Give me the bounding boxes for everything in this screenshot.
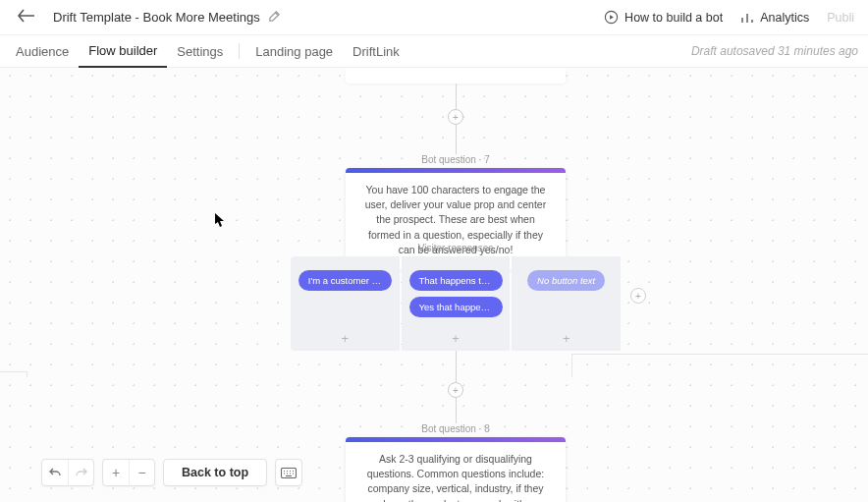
add-node-button[interactable]: + <box>448 109 463 125</box>
add-response-button[interactable]: + <box>342 331 350 346</box>
flow-canvas[interactable]: + Bot question · 7 You have 100 characte… <box>0 68 868 502</box>
canvas-toolbar: + − Back to top <box>41 459 302 486</box>
bar-chart-icon <box>740 11 754 25</box>
response-chip[interactable]: I'm a customer and I ha... <box>298 270 392 291</box>
redo-button[interactable] <box>68 460 93 485</box>
arrow-left-icon <box>18 9 35 23</box>
tab-divider <box>239 43 240 59</box>
connector-line <box>456 398 457 423</box>
zoom-out-button[interactable]: − <box>129 460 154 485</box>
response-chip-empty[interactable]: No button text <box>527 270 605 291</box>
add-response-button[interactable]: + <box>452 331 460 346</box>
publish-button[interactable]: Publi <box>827 11 854 25</box>
response-column-3[interactable]: No button text + <box>512 256 621 351</box>
back-button[interactable] <box>14 5 39 29</box>
analytics-link[interactable]: Analytics <box>740 11 809 25</box>
undo-button[interactable] <box>42 460 68 485</box>
tab-settings[interactable]: Settings <box>167 35 233 68</box>
how-to-build-label: How to build a bot <box>624 11 723 25</box>
zoom-in-button[interactable]: + <box>103 460 129 485</box>
play-circle-icon <box>604 10 619 25</box>
response-chip[interactable]: Yes that happens to me! <box>409 297 503 317</box>
add-column-button[interactable]: + <box>630 288 646 304</box>
edit-icon[interactable] <box>268 9 281 27</box>
add-node-button[interactable]: + <box>448 382 463 398</box>
tab-landing-page[interactable]: Landing page <box>245 35 343 68</box>
node-label: Bot question · 7 <box>346 154 566 165</box>
connector-stub-right <box>571 354 868 377</box>
node-label: Bot question · 8 <box>346 423 566 434</box>
keyboard-icon <box>281 468 297 478</box>
visitor-responses-grid: I'm a customer and I ha... + That happen… <box>291 256 621 351</box>
how-to-build-link[interactable]: How to build a bot <box>604 10 723 25</box>
visitor-responses-label: Visitor responses <box>291 243 621 253</box>
connector-line <box>456 351 457 382</box>
tab-bar: Audience Flow builder Settings Landing p… <box>0 35 868 68</box>
bot-question-node-8[interactable]: Ask 2-3 qualifying or disqualifying ques… <box>346 437 566 502</box>
back-to-top-button[interactable]: Back to top <box>163 459 267 486</box>
connector-line <box>456 125 457 154</box>
keyboard-shortcuts-button[interactable] <box>275 459 302 486</box>
redo-icon <box>75 466 88 479</box>
app-header: Drift Template - Book More Meetings How … <box>0 0 868 35</box>
tab-drift-link[interactable]: DriftLink <box>343 35 409 68</box>
mouse-cursor-icon <box>215 213 225 227</box>
node-stub-top[interactable] <box>346 68 566 84</box>
response-column-1[interactable]: I'm a customer and I ha... + <box>291 256 400 351</box>
autosave-status: Draft autosaved 31 minutes ago <box>691 44 858 58</box>
undo-icon <box>48 466 62 479</box>
analytics-label: Analytics <box>760 11 809 25</box>
node-text: Ask 2-3 qualifying or disqualifying ques… <box>346 442 566 502</box>
response-column-2[interactable]: That happens to me so... Yes that happen… <box>402 256 511 351</box>
tab-audience[interactable]: Audience <box>6 35 79 68</box>
response-chip[interactable]: That happens to me so... <box>409 270 503 291</box>
tab-flow-builder[interactable]: Flow builder <box>79 35 167 68</box>
connector-stub-left <box>0 371 27 377</box>
page-title: Drift Template - Book More Meetings <box>53 10 260 25</box>
add-response-button[interactable]: + <box>563 331 570 346</box>
